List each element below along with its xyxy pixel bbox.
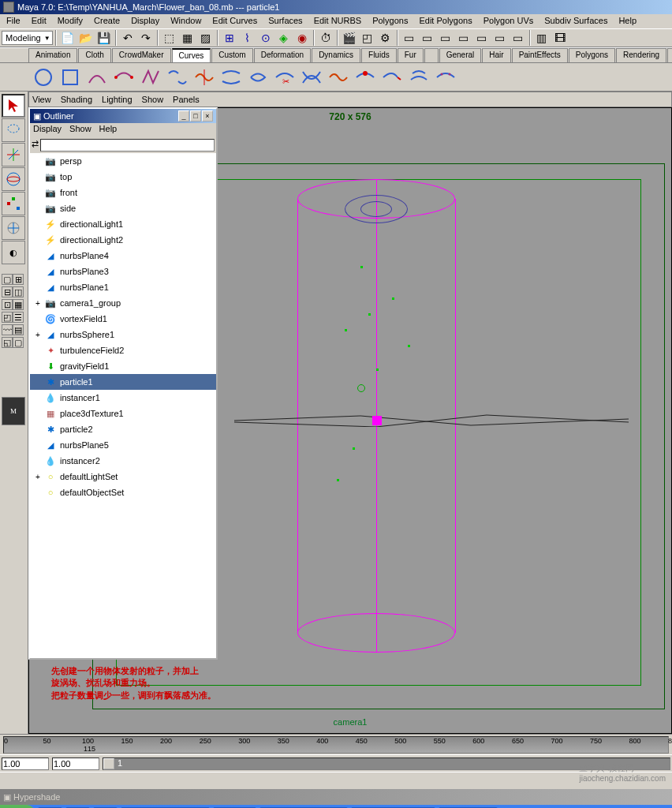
lasso-tool[interactable] — [2, 118, 25, 142]
shelf-tab-dynamics[interactable]: Dynamics — [312, 48, 360, 62]
outliner-list[interactable]: 📷 persp 📷 top 📷 front 📷 side ⚡ direction… — [30, 153, 216, 658]
curve-tool-2-icon[interactable] — [112, 65, 136, 89]
outliner-item-nurbsSphere1[interactable]: + ◢ nurbsSphere1 — [30, 327, 216, 342]
menu-subdiv[interactable]: Subdiv Surfaces — [539, 15, 612, 28]
outliner-item-particle1[interactable]: ✱ particle1 — [30, 374, 216, 390]
outliner-item-gravityField1[interactable]: ⬇ gravityField1 — [30, 358, 216, 374]
shelf-tab-rendering[interactable]: Rendering — [616, 48, 666, 62]
menu-file[interactable]: File — [2, 15, 25, 28]
snap-live-button[interactable]: ◉ — [293, 29, 311, 47]
quick-button-1[interactable]: ▭ — [401, 29, 418, 47]
outliner-menu-display[interactable]: Display — [33, 124, 62, 137]
menu-display[interactable]: Display — [126, 15, 164, 28]
outliner-item-defaultLightSet[interactable]: + ○ defaultLightSet — [30, 469, 216, 484]
snap-plane-button[interactable]: ◈ — [275, 29, 293, 47]
scale-tool[interactable] — [2, 192, 25, 215]
menu-edit[interactable]: Edit — [27, 15, 51, 28]
outliner-item-directionalLight1[interactable]: ⚡ directionalLight1 — [30, 216, 216, 232]
select-hierarchy-button[interactable]: ⬚ — [161, 29, 178, 47]
rotate-tool[interactable] — [2, 167, 25, 191]
outliner-item-instancer1[interactable]: 💧 instancer1 — [30, 390, 216, 406]
menu-surfaces[interactable]: Surfaces — [263, 15, 307, 28]
outliner-item-nurbsPlane1[interactable]: ◢ nurbsPlane1 — [30, 279, 216, 295]
align-curve-icon[interactable] — [219, 65, 243, 89]
filter-icon[interactable]: ⇄ — [32, 139, 39, 152]
new-scene-button[interactable]: 📄 — [59, 29, 77, 47]
expand-icon[interactable]: + — [33, 473, 43, 481]
shelf-tab-custom[interactable]: Custom — [211, 48, 252, 62]
select-object-button[interactable]: ▦ — [179, 29, 196, 47]
outliner-item-directionalLight2[interactable]: ⚡ directionalLight2 — [30, 232, 216, 248]
shelf-tab-hair[interactable]: Hair — [482, 48, 510, 62]
shelf-tab-painteffects[interactable]: PaintEffects — [512, 48, 568, 62]
movie-button[interactable]: 🎞 — [551, 29, 569, 47]
outliner-item-nurbsPlane3[interactable]: ◢ nurbsPlane3 — [30, 264, 216, 279]
outliner-item-vortexField1[interactable]: 🌀 vortexField1 — [30, 311, 216, 327]
snap-grid-button[interactable]: ⊞ — [221, 29, 238, 47]
quick-button-6[interactable]: ▭ — [491, 29, 509, 47]
menu-edit-polygons[interactable]: Edit Polygons — [414, 15, 476, 28]
minimize-button[interactable]: _ — [178, 110, 189, 122]
quick-button-2[interactable]: ▭ — [419, 29, 436, 47]
outliner-item-defaultObjectSet[interactable]: ○ defaultObjectSet — [30, 484, 216, 500]
outliner-item-side[interactable]: 📷 side — [30, 200, 216, 216]
vp-menu-lighting[interactable]: Lighting — [102, 95, 133, 104]
menu-polygons[interactable]: Polygons — [368, 15, 413, 28]
intersect-curve-icon[interactable] — [300, 65, 323, 89]
layout-single[interactable]: ▢ — [2, 274, 13, 285]
close-button[interactable]: × — [202, 110, 213, 122]
quick-button-7[interactable]: ▭ — [510, 29, 527, 47]
quick-button-5[interactable]: ▭ — [473, 29, 491, 47]
hypershade-titlebar[interactable]: ▣ Hypershade — [0, 789, 672, 805]
snap-curve-button[interactable]: ⌇ — [239, 29, 256, 47]
square-tool-icon[interactable] — [58, 65, 82, 89]
save-scene-button[interactable]: 💾 — [95, 29, 113, 47]
vp-menu-view[interactable]: View — [32, 95, 51, 104]
layout-script[interactable]: ▢ — [13, 337, 24, 348]
shelf-tab-cloth[interactable]: Cloth — [78, 48, 110, 62]
outliner-item-place3dTexture1[interactable]: ▦ place3dTexture1 — [30, 406, 216, 421]
vp-menu-show[interactable]: Show — [142, 95, 164, 104]
start-button[interactable]: 开始 — [0, 805, 35, 808]
menu-help[interactable]: Help — [614, 15, 641, 28]
ipr-button[interactable]: ◰ — [359, 29, 376, 47]
layout-dope[interactable]: ▤ — [13, 324, 24, 335]
menu-modify[interactable]: Modify — [53, 15, 88, 28]
open-close-curve-icon[interactable] — [246, 65, 270, 89]
layout-persp[interactable]: ◰ — [2, 312, 13, 323]
outliner-item-particle2[interactable]: ✱ particle2 — [30, 421, 216, 437]
shelf-tab-subdivs[interactable]: Subdivs — [667, 48, 672, 62]
expand-icon[interactable]: + — [33, 299, 43, 308]
manipulator-tool[interactable] — [2, 216, 25, 240]
vp-menu-panels[interactable]: Panels — [173, 95, 200, 104]
outliner-item-front[interactable]: 📷 front — [30, 185, 216, 200]
snap-point-button[interactable]: ⊙ — [257, 29, 274, 47]
quick-button-3[interactable]: ▭ — [437, 29, 454, 47]
shelf-tab-general[interactable]: General — [439, 48, 482, 62]
expand-icon[interactable]: + — [33, 331, 43, 339]
menu-window[interactable]: Window — [166, 15, 206, 28]
outliner-item-nurbsPlane4[interactable]: ◢ nurbsPlane4 — [30, 248, 216, 264]
render-button[interactable]: 🎬 — [341, 29, 358, 47]
render-globals-button[interactable]: ⚙ — [377, 29, 394, 47]
select-tool[interactable] — [2, 94, 25, 118]
menu-edit-curves[interactable]: Edit Curves — [207, 15, 262, 28]
layout-outliner[interactable]: ☰ — [13, 312, 24, 323]
shelf-tab-fluids[interactable]: Fluids — [361, 48, 397, 62]
range-start2-field[interactable] — [52, 758, 99, 770]
shelf-tab-curves[interactable]: Curves — [172, 48, 211, 62]
menu-create[interactable]: Create — [89, 15, 125, 28]
outliner-item-camera1_group[interactable]: + 📷 camera1_group — [30, 295, 216, 311]
vp-menu-shading[interactable]: Shading — [61, 95, 92, 104]
layout-two-v[interactable]: ◫ — [13, 286, 24, 297]
shelf-tab-crowdmaker[interactable]: CrowdMaker — [112, 48, 171, 62]
rebuild-curve-icon[interactable] — [434, 65, 457, 89]
cut-curve-icon[interactable]: ✂ — [273, 65, 297, 89]
history-button[interactable]: ⏱ — [317, 29, 334, 47]
shelf-tab-animation[interactable]: Animation — [28, 48, 77, 62]
outliner-item-top[interactable]: 📷 top — [30, 169, 216, 185]
shelf-tab-polygons[interactable]: Polygons — [569, 48, 615, 62]
curve-tool-1-icon[interactable] — [85, 65, 109, 89]
layout-four[interactable]: ⊞ — [13, 274, 24, 285]
quick-button-4[interactable]: ▭ — [455, 29, 472, 47]
